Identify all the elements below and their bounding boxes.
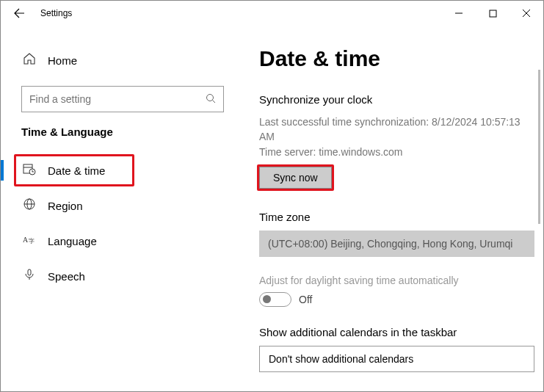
- sync-now-button[interactable]: Sync now: [259, 167, 332, 189]
- additional-calendars-label: Show additional calendars in the taskbar: [259, 326, 534, 338]
- svg-text:字: 字: [29, 238, 35, 244]
- sidebar-item-label: Speech: [48, 270, 85, 283]
- sync-now-label: Sync now: [273, 172, 318, 184]
- globe-icon: [21, 197, 37, 214]
- sidebar-item-label: Language: [48, 235, 97, 247]
- window-title: Settings: [40, 8, 72, 18]
- close-icon: [522, 9, 531, 18]
- search-input[interactable]: [29, 93, 206, 105]
- sidebar: Home Time & Language Date & time Region: [1, 26, 244, 391]
- home-label: Home: [48, 54, 77, 67]
- home-icon: [21, 52, 37, 68]
- sidebar-item-date-time[interactable]: Date & time: [1, 153, 244, 188]
- timezone-value: (UTC+08:00) Beijing, Chongqing, Hong Kon…: [268, 238, 512, 250]
- svg-rect-16: [28, 269, 31, 275]
- maximize-icon: [489, 10, 497, 18]
- sync-heading: Synchronize your clock: [259, 93, 534, 106]
- svg-rect-1: [490, 10, 496, 17]
- microphone-icon: [21, 268, 37, 284]
- sync-last-line: Last successful time synchronization: 8/…: [259, 115, 534, 145]
- search-box[interactable]: [21, 86, 224, 112]
- timezone-label: Time zone: [259, 211, 534, 223]
- minimize-icon: [454, 9, 463, 18]
- sync-server-line: Time server: time.windows.com: [259, 145, 534, 159]
- scrollbar[interactable]: [538, 70, 540, 224]
- timezone-dropdown[interactable]: (UTC+08:00) Beijing, Chongqing, Hong Kon…: [259, 231, 534, 257]
- dst-toggle-state: Off: [299, 294, 312, 305]
- svg-line-5: [213, 100, 216, 103]
- maximize-button[interactable]: [476, 1, 509, 26]
- language-icon: A字: [21, 233, 37, 249]
- close-button[interactable]: [509, 1, 543, 26]
- additional-calendars-value: Don't show additional calendars: [269, 353, 413, 365]
- search-icon: [206, 93, 216, 106]
- sidebar-home[interactable]: Home: [21, 43, 224, 77]
- sidebar-item-label: Region: [48, 200, 83, 212]
- minimize-button[interactable]: [442, 1, 476, 26]
- dst-label: Adjust for daylight saving time automati…: [259, 275, 534, 286]
- svg-point-4: [207, 94, 214, 101]
- dst-toggle[interactable]: [259, 292, 291, 307]
- sidebar-item-language[interactable]: A字 Language: [1, 223, 244, 258]
- additional-calendars-dropdown[interactable]: Don't show additional calendars: [259, 346, 534, 372]
- sidebar-item-label: Date & time: [48, 164, 105, 177]
- sidebar-item-speech[interactable]: Speech: [1, 258, 244, 294]
- calendar-clock-icon: [21, 162, 37, 178]
- arrow-left-icon: [13, 7, 25, 19]
- toggle-knob: [263, 295, 271, 303]
- sidebar-item-region[interactable]: Region: [1, 188, 244, 223]
- content-pane: Date & time Synchronize your clock Last …: [244, 26, 543, 391]
- page-title: Date & time: [259, 46, 534, 71]
- back-button[interactable]: [8, 2, 30, 24]
- sidebar-section-title: Time & Language: [21, 126, 224, 142]
- svg-text:A: A: [23, 236, 29, 244]
